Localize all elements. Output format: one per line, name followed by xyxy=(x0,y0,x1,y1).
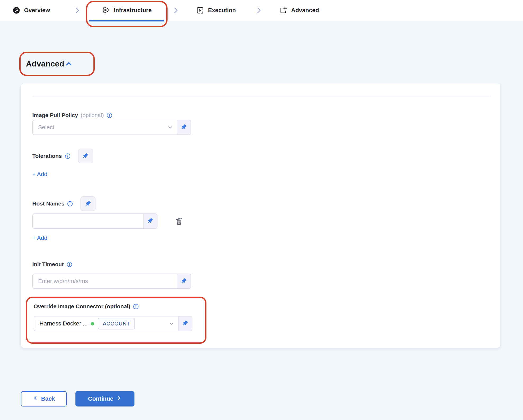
tab-execution[interactable]: Execution xyxy=(196,6,236,14)
wizard-tab-bar: Overview Infrastructure xyxy=(0,0,523,21)
advanced-gear-icon xyxy=(279,6,287,14)
tab-label: Advanced xyxy=(291,7,319,14)
chevron-down-icon xyxy=(165,316,178,331)
runtime-input-pin-button[interactable] xyxy=(177,120,191,135)
info-icon[interactable] xyxy=(65,153,71,159)
override-image-connector-select[interactable]: Harness Docker ... ACCOUNT xyxy=(34,316,192,331)
host-name-input-row xyxy=(32,213,491,229)
override-image-connector-label: Override Image Connector (optional) xyxy=(34,303,205,310)
info-icon[interactable] xyxy=(133,303,139,310)
connector-name-text: Harness Docker ... xyxy=(39,320,88,327)
init-timeout-label: Init Timeout xyxy=(32,261,491,268)
runtime-input-pin-button[interactable] xyxy=(178,316,192,331)
continue-button-label: Continue xyxy=(88,395,113,402)
pin-icon xyxy=(181,123,187,131)
execution-icon xyxy=(196,6,204,14)
runtime-input-pin-button[interactable] xyxy=(177,274,191,288)
pin-icon xyxy=(182,320,189,328)
card-divider xyxy=(32,96,491,96)
tab-label: Execution xyxy=(208,7,236,14)
tolerations-label: Tolerations xyxy=(32,153,71,159)
pin-icon xyxy=(82,152,89,160)
back-button-label: Back xyxy=(41,395,55,402)
tolerations-row: Tolerations xyxy=(32,149,491,163)
chevron-up-icon xyxy=(65,60,73,69)
delete-host-name-button[interactable] xyxy=(174,216,184,226)
init-timeout-control xyxy=(32,274,191,289)
label-text: Init Timeout xyxy=(32,261,64,268)
wizard-footer: Back Continue xyxy=(21,391,523,406)
connector-status-dot xyxy=(91,322,94,325)
infrastructure-icon xyxy=(102,6,110,14)
optional-text: (optional) xyxy=(81,112,104,119)
label-text: Host Names xyxy=(32,200,64,207)
pin-icon xyxy=(147,217,154,225)
chevron-right-icon xyxy=(73,6,81,14)
image-pull-policy-label: Image Pull Policy (optional) xyxy=(32,112,491,119)
annotation-highlight-advanced-header: Advanced xyxy=(19,52,95,76)
tab-label: Infrastructure xyxy=(114,7,152,14)
chevron-right-icon xyxy=(116,395,122,403)
host-name-input[interactable] xyxy=(33,214,143,228)
host-name-input-control xyxy=(32,213,157,229)
label-text: Image Pull Policy xyxy=(32,112,78,119)
image-pull-policy-select[interactable]: Select xyxy=(32,120,191,135)
annotation-highlight-override-connector: Override Image Connector (optional) Harn… xyxy=(26,297,206,344)
tolerations-add-button[interactable]: + Add xyxy=(32,171,491,178)
collapse-section-button[interactable] xyxy=(65,60,73,69)
advanced-settings-card: Image Pull Policy (optional) Select Tole… xyxy=(21,83,500,348)
pin-icon xyxy=(181,277,187,285)
chevron-right-icon xyxy=(255,6,263,14)
runtime-input-pin-button[interactable] xyxy=(78,149,93,163)
init-timeout-input[interactable] xyxy=(33,274,177,288)
connector-scope-badge: ACCOUNT xyxy=(98,318,135,329)
tab-advanced[interactable]: Advanced xyxy=(279,6,319,14)
tab-infrastructure[interactable]: Infrastructure xyxy=(86,0,168,21)
tab-overview[interactable]: Overview xyxy=(13,7,50,14)
tab-infrastructure-content: Infrastructure xyxy=(102,6,152,14)
chevron-down-icon xyxy=(164,120,177,135)
connector-value: Harness Docker ... ACCOUNT xyxy=(34,316,165,331)
tab-label: Overview xyxy=(24,7,50,14)
label-text: Tolerations xyxy=(32,153,62,159)
chevron-left-icon xyxy=(33,395,38,403)
info-icon[interactable] xyxy=(66,261,73,267)
page: Overview Infrastructure xyxy=(0,0,523,420)
select-value: Select xyxy=(33,120,164,135)
chevron-right-icon xyxy=(172,6,180,14)
overview-icon xyxy=(13,7,20,14)
runtime-input-pin-button[interactable] xyxy=(80,196,96,211)
section-title: Advanced xyxy=(26,59,64,69)
back-button[interactable]: Back xyxy=(21,391,67,406)
info-icon[interactable] xyxy=(67,201,73,207)
info-icon[interactable] xyxy=(106,112,112,118)
host-names-row: Host Names xyxy=(32,196,491,211)
trash-icon xyxy=(174,216,184,226)
label-text: Override Image Connector (optional) xyxy=(34,303,130,310)
runtime-input-pin-button[interactable] xyxy=(143,214,157,228)
host-names-add-button[interactable]: + Add xyxy=(32,235,491,242)
select-placeholder: Select xyxy=(38,124,54,131)
pin-icon xyxy=(85,200,92,208)
continue-button[interactable]: Continue xyxy=(75,391,134,406)
host-names-label: Host Names xyxy=(32,200,73,207)
active-tab-underline xyxy=(89,20,164,21)
